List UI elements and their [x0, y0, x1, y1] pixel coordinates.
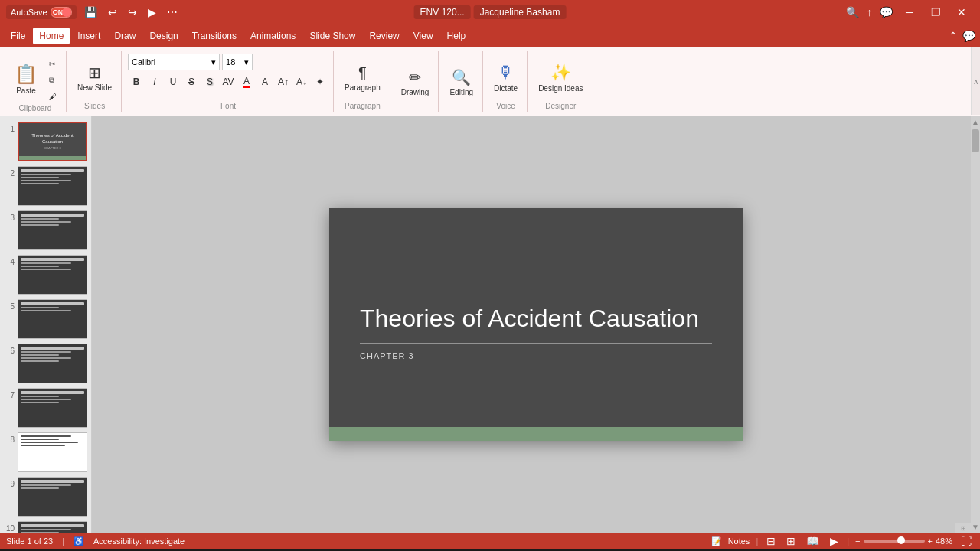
- restore-button[interactable]: ❐: [923, 3, 948, 21]
- slide-thumb-4[interactable]: 4: [3, 254, 88, 295]
- paste-button[interactable]: 📋 Paste: [9, 60, 43, 98]
- slide-preview-4: [18, 255, 87, 295]
- clear-format-button[interactable]: ✦: [312, 73, 328, 90]
- copy-icon: ⧉: [49, 76, 54, 85]
- menu-view[interactable]: View: [407, 28, 439, 44]
- slide-info: Slide 1 of 23: [6, 536, 53, 546]
- status-bar: Slide 1 of 23 | ♿ Accessibility: Investi…: [0, 533, 980, 549]
- paragraph-button[interactable]: ¶ Paragraph: [340, 61, 385, 95]
- slide-sorter-button[interactable]: ⊞: [784, 534, 798, 548]
- font-family-chevron: ▾: [211, 57, 216, 67]
- menu-file[interactable]: File: [5, 28, 31, 44]
- underline-button[interactable]: U: [165, 73, 181, 90]
- divider2: |: [756, 536, 758, 546]
- zoom-level[interactable]: 48%: [936, 536, 952, 546]
- menu-home[interactable]: Home: [33, 28, 70, 44]
- comments-icon[interactable]: 💬: [877, 5, 896, 20]
- corner-resize: ⊞: [956, 523, 971, 533]
- preview-line-dark: [21, 435, 71, 437]
- strikethrough-button[interactable]: S: [183, 73, 200, 90]
- dictate-button[interactable]: 🎙 Dictate: [489, 60, 522, 96]
- slide-thumb-2[interactable]: 2: [3, 165, 88, 207]
- slide-thumb-3[interactable]: 3: [3, 210, 88, 251]
- minimize-button[interactable]: ─: [897, 3, 922, 21]
- slide-thumb-1[interactable]: 1 Theories of Accident Causation CHAPTER…: [3, 121, 88, 162]
- bold-button[interactable]: B: [128, 73, 145, 90]
- menu-transitions[interactable]: Transitions: [186, 28, 243, 44]
- more-icon[interactable]: ⋯: [164, 5, 181, 20]
- slides-panel[interactable]: 1 Theories of Accident Causation CHAPTER…: [0, 116, 92, 533]
- menu-draw[interactable]: Draw: [108, 28, 142, 44]
- ribbon-collapse-button[interactable]: ∧: [971, 47, 980, 115]
- main-area: 1 Theories of Accident Causation CHAPTER…: [0, 116, 980, 533]
- ribbon-minimize-icon[interactable]: ⌃: [949, 30, 958, 42]
- zoom-slider[interactable]: [864, 540, 925, 543]
- cut-button[interactable]: ✂: [44, 57, 61, 71]
- redo-icon[interactable]: ↪: [125, 5, 140, 20]
- editing-button[interactable]: 🔍 Editing: [445, 65, 478, 99]
- slide-preview-2: [18, 166, 87, 206]
- slide-thumb-6[interactable]: 6: [3, 343, 88, 384]
- text-shadow-button[interactable]: S: [201, 73, 218, 90]
- text-highlight-button[interactable]: A: [256, 73, 273, 90]
- copy-button[interactable]: ⧉: [44, 73, 61, 88]
- zoom-in-button[interactable]: +: [928, 536, 933, 546]
- menu-review[interactable]: Review: [363, 28, 405, 44]
- font-color-icon: A: [243, 76, 250, 88]
- comments-header-icon[interactable]: 💬: [962, 30, 975, 42]
- font-color-button[interactable]: A: [238, 73, 255, 90]
- font-size-selector[interactable]: 18 ▾: [222, 54, 253, 70]
- paragraph-group-label: Paragraph: [345, 102, 381, 112]
- autosave-label: AutoSave: [11, 8, 47, 17]
- user-name[interactable]: Jacqueline Basham: [474, 5, 567, 19]
- menu-animations[interactable]: Animations: [244, 28, 302, 44]
- fit-to-window-button[interactable]: ⛶: [959, 534, 974, 548]
- search-icon[interactable]: 🔍: [843, 5, 862, 20]
- design-ideas-button[interactable]: ✨ Design Ideas: [534, 60, 587, 96]
- close-button[interactable]: ✕: [949, 3, 974, 21]
- vertical-scrollbar[interactable]: ▲ ▼: [971, 116, 980, 533]
- slide-num-10: 10: [4, 521, 15, 533]
- new-slide-button[interactable]: ⊞ New Slide: [73, 60, 116, 95]
- autosave-toggle[interactable]: ON: [51, 7, 72, 18]
- decrease-font-button[interactable]: A↓: [293, 73, 310, 90]
- preview-line-dark: [21, 442, 78, 443]
- slide-thumb-9[interactable]: 9: [3, 476, 88, 517]
- save-icon[interactable]: 💾: [81, 5, 100, 20]
- menu-slideshow[interactable]: Slide Show: [303, 28, 361, 44]
- slide-thumb-10[interactable]: 10: [3, 520, 88, 533]
- slide-canvas[interactable]: Theories of Accident Causation CHAPTER 3: [329, 208, 743, 441]
- file-name[interactable]: ENV 120...: [414, 5, 471, 19]
- accessibility-label[interactable]: Accessibility: Investigate: [93, 536, 185, 546]
- scroll-up-arrow[interactable]: ▲: [970, 116, 980, 128]
- menu-insert[interactable]: Insert: [71, 28, 106, 44]
- menu-help[interactable]: Help: [441, 28, 472, 44]
- share-icon[interactable]: ↑: [864, 5, 875, 20]
- italic-button[interactable]: I: [146, 73, 163, 90]
- scroll-thumb[interactable]: [972, 129, 979, 152]
- drawing-button[interactable]: ✏ Drawing: [397, 65, 434, 99]
- slideshow-view-button[interactable]: ▶: [828, 534, 841, 548]
- slide-thumb-7[interactable]: 7: [3, 387, 88, 429]
- font-family-selector[interactable]: Calibri ▾: [128, 54, 220, 70]
- slide-title[interactable]: Theories of Accident Causation: [360, 304, 712, 333]
- increase-font-button[interactable]: A↑: [275, 73, 292, 90]
- slide-thumb-5[interactable]: 5: [3, 298, 88, 340]
- scroll-down-arrow[interactable]: ▼: [970, 521, 980, 533]
- reading-view-button[interactable]: 📖: [804, 534, 822, 548]
- char-spacing-button[interactable]: AV: [220, 73, 237, 90]
- autosave-badge[interactable]: AutoSave ON: [6, 5, 77, 19]
- format-painter-button[interactable]: 🖌: [44, 90, 61, 104]
- notes-label[interactable]: Notes: [728, 536, 750, 546]
- preview-line: [21, 524, 84, 527]
- undo-icon[interactable]: ↩: [105, 5, 120, 20]
- present-icon[interactable]: ▶: [145, 5, 159, 20]
- dictate-group-label: Voice: [496, 102, 514, 112]
- slide-thumb-8[interactable]: 8: [3, 432, 88, 473]
- normal-view-button[interactable]: ⊟: [764, 534, 778, 548]
- dictate-group: 🎙 Dictate Voice: [485, 51, 528, 112]
- slide-subtitle[interactable]: CHAPTER 3: [360, 351, 712, 360]
- zoom-slider-thumb: [897, 536, 905, 544]
- menu-design[interactable]: Design: [143, 28, 184, 44]
- zoom-out-button[interactable]: −: [855, 536, 860, 546]
